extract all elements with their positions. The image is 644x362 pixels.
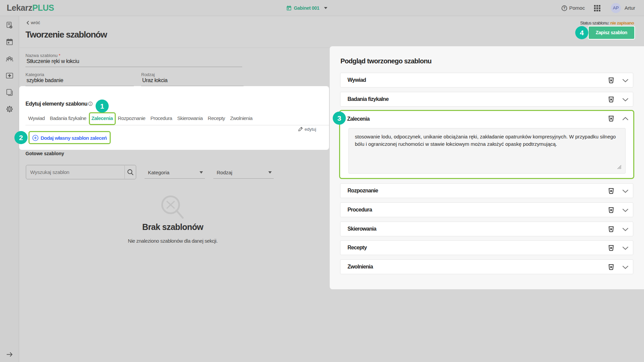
- svg-text:?: ?: [563, 6, 565, 10]
